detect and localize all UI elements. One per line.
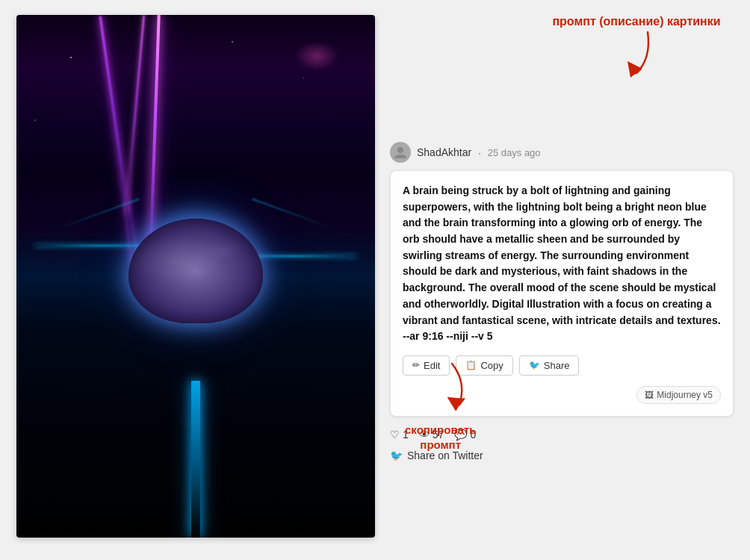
image-panel [16, 15, 375, 538]
annotation-arrow-bottom-icon [407, 360, 474, 420]
svg-point-0 [397, 147, 403, 153]
annotation-top: промпт (описание) картинки [539, 15, 734, 88]
share-icon: 🐦 [529, 360, 540, 370]
nebula [294, 41, 339, 71]
info-panel: промпт (описание) картинки ShadAkhtar · [390, 15, 734, 538]
heart-icon: ♡ [390, 429, 400, 441]
twitter-icon: 🐦 [390, 449, 403, 461]
share-button[interactable]: 🐦 Share [519, 355, 580, 376]
star [232, 41, 233, 43]
annotation-bottom-text: скопироватьпромпт [405, 423, 476, 451]
annotation-arrow-icon [607, 28, 666, 88]
prompt-text: A brain being struck by a bolt of lightn… [403, 183, 721, 345]
chain-stem [191, 381, 200, 538]
annotation-top-text: промпт (описание) картинки [552, 15, 720, 28]
star [303, 78, 304, 78]
lightning-bolt [252, 199, 336, 231]
lightning-bolt [99, 16, 137, 264]
star [34, 119, 36, 121]
lightning-bolt [126, 15, 145, 213]
user-row: ShadAkhtar · 25 days ago [390, 142, 734, 163]
avatar [390, 142, 411, 163]
page-container: промпт (описание) картинки ShadAkhtar · [16, 15, 734, 538]
share-label: Share [544, 360, 570, 371]
copy-label: Copy [480, 360, 503, 371]
tag-label: Midjourney v5 [657, 390, 713, 400]
tag-icon: 🖼 [645, 390, 654, 400]
main-image [16, 15, 375, 538]
post-time: 25 days ago [488, 147, 541, 158]
model-tag: 🖼 Midjourney v5 [636, 386, 721, 404]
user-name: ShadAkhtar [417, 146, 471, 158]
annotation-bottom: скопироватьпромпт [405, 360, 476, 452]
separator: · [477, 145, 482, 160]
star [70, 57, 72, 58]
